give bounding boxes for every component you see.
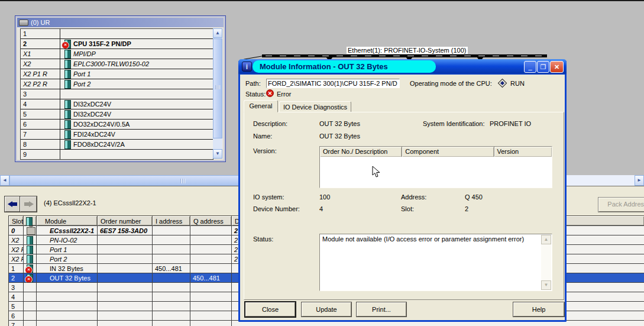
scroll-down-icon[interactable]: ▼ (541, 280, 551, 290)
rack-slot-label: 1 (23, 30, 27, 37)
rack-slot-label: 3 (23, 91, 27, 98)
rack-row[interactable]: 5 DI32xDC24V (21, 109, 213, 120)
module-icon (27, 246, 33, 254)
device-title: (4) ECsssll22X2-1 (44, 199, 96, 206)
arrow-left-icon (8, 201, 12, 207)
rack-slot-cell: 3 (21, 89, 60, 99)
col-q-address: Q address (190, 216, 232, 225)
description-value: OUT 32 Bytes (319, 120, 360, 127)
io-system-value: 100 (319, 193, 330, 201)
cell-slot: X2 P1 (8, 245, 24, 254)
rack-slot-label: 7 (23, 131, 27, 138)
module-icon (27, 264, 33, 273)
update-button[interactable]: Update (302, 302, 351, 317)
close-button[interactable]: Close (245, 302, 295, 317)
status-box[interactable]: Module not available (I/O access error o… (319, 234, 552, 291)
help-button[interactable]: Help (513, 302, 564, 317)
maximize-button[interactable]: ❐ (537, 61, 549, 73)
status-box-label: Status: (253, 235, 273, 243)
slot-label: Slot: (401, 205, 414, 212)
cell-module (37, 311, 98, 320)
rack-row[interactable]: 7 FDI24xDC24V (21, 130, 213, 140)
scroll-left-icon[interactable]: ◄ (0, 175, 9, 186)
rack-row[interactable]: 4 DI32xDC24V (21, 99, 213, 109)
next-device-button[interactable] (20, 196, 37, 212)
rack-row[interactable]: X2 EPLC3000-TRLW0150-02 (21, 59, 213, 69)
rack-slot-cell: 2 (21, 39, 60, 49)
run-mode-icon (498, 79, 507, 88)
scroll-down-icon[interactable]: ▼ (213, 149, 222, 159)
rack-row[interactable]: X2 P2 R Port 2 (21, 79, 213, 89)
path-field[interactable]: FORD_2\SIMATIC 300(1)\CPU 315F-2 PN/D (266, 79, 400, 88)
cell-order-number (98, 283, 153, 292)
minimize-button[interactable]: _ (524, 61, 536, 73)
cell-icon (24, 321, 37, 326)
rack-slot-label: 6 (23, 121, 27, 128)
profinet-label[interactable]: Ethernet(1): PROFINET-IO-System (100) (347, 47, 468, 54)
scroll-up-icon[interactable]: ▲ (541, 235, 551, 244)
cell-q-address (190, 321, 232, 326)
col-i-address: I address (153, 216, 190, 225)
cell-i-address (153, 311, 190, 320)
cell-q-address (190, 264, 232, 273)
rack-row[interactable]: 6 DO32xDC24V/0.5A (21, 120, 213, 130)
print-button[interactable]: Print... (357, 302, 406, 317)
cell-q-address (190, 311, 232, 320)
pack-address-button[interactable]: Pack Address (598, 198, 644, 212)
rack-module-cell (60, 150, 213, 159)
rack-module-cell: DI32xDC24V (60, 99, 213, 109)
cell-q-address (190, 235, 232, 244)
module-icon (64, 130, 71, 139)
cell-icon (24, 245, 37, 254)
rack-window-titlebar[interactable]: (0) UR (17, 18, 224, 27)
module-icon (27, 236, 33, 244)
rack-slot-label: X2 (23, 60, 31, 67)
close-window-button[interactable]: ✕ (550, 61, 564, 73)
rack-scrollbar-thumb[interactable] (213, 38, 222, 138)
cell-icon (24, 235, 37, 244)
cell-slot: 4 (8, 292, 24, 301)
rack-slot-cell: 8 (21, 140, 60, 149)
description-label: Description: (253, 120, 287, 127)
module-icon (64, 100, 71, 109)
rack-module-label: DI32xDC24V (73, 101, 111, 108)
rack-scrollbar[interactable]: ▲ ▼ (213, 28, 222, 159)
module-icon (64, 50, 71, 59)
cell-q-address (190, 254, 232, 263)
dialog-titlebar[interactable]: i Module Information - OUT 32 Bytes _ ❐ … (238, 59, 567, 75)
prev-device-button[interactable] (5, 196, 21, 212)
status-label: Status: (245, 91, 266, 98)
rack-row[interactable]: 8 FDO8xDC24V/2A (21, 140, 213, 150)
cell-q-address: 450...481 (190, 273, 232, 282)
cell-i-address: 450...481 (153, 264, 190, 273)
scroll-up-icon[interactable]: ▲ (213, 28, 222, 38)
module-icon (64, 80, 71, 89)
cell-module (37, 283, 98, 292)
cell-q-address (190, 292, 232, 301)
cell-slot: 2 (8, 273, 24, 282)
rack-slot-label: 4 (23, 101, 27, 108)
tab-io-device-diagnostics[interactable]: IO Device Diagnostics (279, 101, 351, 112)
col-slot: Slot (8, 216, 24, 225)
tab-general[interactable]: General (244, 100, 278, 112)
system-identification-label: System Identification: (423, 120, 485, 127)
rack-slot-label: 2 (23, 40, 27, 47)
rack-row[interactable]: 2 CPU 315F-2 PN/DP (21, 39, 213, 49)
status-box-scrollbar[interactable]: ▲ ▼ (541, 235, 551, 290)
rack-row[interactable]: 3 (21, 89, 213, 99)
module-icon (64, 70, 71, 79)
info-icon: i (242, 62, 252, 72)
status-box-text: Module not available (I/O access error o… (322, 235, 524, 243)
cell-icon (24, 264, 37, 273)
dialog-title: Module Information - OUT 32 Bytes (253, 60, 436, 73)
cell-icon (24, 226, 37, 235)
cell-module (37, 321, 98, 326)
rack-module-label: DO32xDC24V/0.5A (73, 121, 130, 128)
scroll-right-icon[interactable]: ► (635, 175, 644, 186)
rack-row[interactable]: X2 P1 R Port 1 (21, 69, 213, 79)
profinet-line[interactable] (262, 54, 547, 57)
rack-row[interactable]: 1 (21, 29, 213, 39)
rack-row[interactable]: 9 (21, 150, 213, 160)
device-number-value: 4 (319, 205, 323, 212)
rack-row[interactable]: X1 MPI/DP (21, 49, 213, 59)
